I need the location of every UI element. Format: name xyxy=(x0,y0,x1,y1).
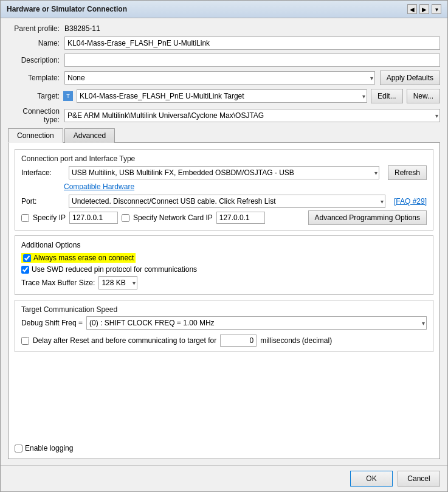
target-comm-section: Target Communication Speed Debug Shift F… xyxy=(15,300,433,352)
connection-port-section: Connection port and Interface Type Inter… xyxy=(15,149,433,230)
port-select-wrap: Undetected. Disconnect/Connect USB cable… xyxy=(69,195,385,208)
specify-ip-input[interactable] xyxy=(69,212,118,224)
delay-unit: milliseconds (decimal) xyxy=(260,336,332,345)
nav-dropdown-btn[interactable]: ▾ xyxy=(432,4,441,14)
template-select[interactable]: None xyxy=(64,71,375,85)
target-label: Target: xyxy=(8,92,60,100)
description-row: Description: xyxy=(8,54,440,67)
template-row: Template: None ▾ Apply Defaults xyxy=(8,71,440,85)
parent-profile-row: Parent profile: B38285-11 xyxy=(8,24,440,33)
port-select[interactable]: Undetected. Disconnect/Connect USB cable… xyxy=(69,195,385,208)
hardware-simulator-dialog: Hardware or Simulator Connection ◀ ▶ ▾ P… xyxy=(0,0,448,492)
use-swd-row: Use SWD reduced pin protocol for communi… xyxy=(21,265,427,274)
trace-select[interactable]: 128 KB xyxy=(98,276,137,289)
new-button[interactable]: New... xyxy=(407,89,440,103)
compatible-hardware-link[interactable]: Compatible Hardware xyxy=(64,182,134,191)
tab-connection-content: Connection port and Interface Type Inter… xyxy=(8,143,440,459)
parent-profile-value: B38285-11 xyxy=(64,24,100,33)
additional-options-title: Additional Options xyxy=(21,241,427,249)
tab-connection[interactable]: Connection xyxy=(8,128,63,143)
enable-logging-label: Enable logging xyxy=(25,444,73,452)
debug-shift-label: Debug Shift Freq = xyxy=(21,319,83,327)
delay-input[interactable] xyxy=(220,334,257,347)
title-bar: Hardware or Simulator Connection ◀ ▶ ▾ xyxy=(1,1,447,18)
target-row: Target: T KL04-Mass-Erase_FLASH_PnE U-Mu… xyxy=(8,89,440,103)
delay-row: Delay after Reset and before communicati… xyxy=(21,334,427,347)
connection-type-row: Connection type: P&E ARM Multilink\Multi… xyxy=(8,107,440,124)
faq-link[interactable]: [FAQ #29] xyxy=(394,197,427,206)
target-icon: T xyxy=(63,91,73,101)
specify-ip-checkbox[interactable] xyxy=(21,214,29,222)
compatible-hw-row: Compatible Hardware xyxy=(21,182,427,191)
ok-button[interactable]: OK xyxy=(350,471,393,487)
target-select[interactable]: KL04-Mass-Erase_FLASH_PnE U-MultiLink Ta… xyxy=(77,89,367,103)
specify-network-label: Specify Network Card IP xyxy=(133,213,213,222)
debug-row: Debug Shift Freq = (0) : SHIFT CLOCK FRE… xyxy=(21,316,427,330)
trace-row: Trace Max Buffer Size: 128 KB ▾ xyxy=(21,276,427,289)
refresh-button[interactable]: Refresh xyxy=(388,165,427,180)
connection-type-wrap: P&E ARM Multilink\Multilink Universal\Cy… xyxy=(64,109,440,122)
always-mass-erase-highlight: Always mass erase on connect xyxy=(21,253,136,263)
template-label: Template: xyxy=(8,74,60,82)
delay-label: Delay after Reset and before communicati… xyxy=(33,336,216,345)
interface-select[interactable]: USB Multilink, USB Multilink FX, Embedde… xyxy=(69,166,379,179)
always-mass-erase-checkbox[interactable] xyxy=(23,254,31,262)
debug-select[interactable]: (0) : SHIFT CLOCK FREQ = 1.00 MHz xyxy=(86,316,427,330)
debug-select-wrap: (0) : SHIFT CLOCK FREQ = 1.00 MHz ▾ xyxy=(86,316,427,330)
cancel-button[interactable]: Cancel xyxy=(398,471,440,487)
specify-network-checkbox[interactable] xyxy=(122,214,129,222)
template-select-wrap: None ▾ xyxy=(64,71,375,85)
name-label: Name: xyxy=(8,39,60,47)
port-interface-title: Connection port and Interface Type xyxy=(21,154,427,163)
trace-select-wrap: 128 KB ▾ xyxy=(98,276,137,289)
title-bar-buttons: ◀ ▶ ▾ xyxy=(407,4,441,14)
enable-logging-checkbox[interactable] xyxy=(15,445,22,452)
tab-header: Connection Advanced xyxy=(8,128,440,143)
interface-label: Interface: xyxy=(21,168,64,177)
tab-advanced[interactable]: Advanced xyxy=(64,128,115,143)
interface-select-wrap: USB Multilink, USB Multilink FX, Embedde… xyxy=(69,166,379,179)
edit-button[interactable]: Edit... xyxy=(371,89,403,103)
name-row: Name: xyxy=(8,36,440,50)
always-mass-erase-label: Always mass erase on connect xyxy=(33,254,134,262)
nav-forward-btn[interactable]: ▶ xyxy=(419,4,429,14)
name-input[interactable] xyxy=(64,36,440,50)
description-label: Description: xyxy=(8,56,60,64)
connection-type-select[interactable]: P&E ARM Multilink\Multilink Universal\Cy… xyxy=(64,109,440,122)
trace-label: Trace Max Buffer Size: xyxy=(21,279,95,287)
tabs-container: Connection Advanced Connection port and … xyxy=(8,128,440,459)
nav-back-btn[interactable]: ◀ xyxy=(407,4,417,14)
apply-defaults-button[interactable]: Apply Defaults xyxy=(380,71,440,85)
logging-row: Enable logging xyxy=(15,444,433,452)
target-select-wrap: KL04-Mass-Erase_FLASH_PnE U-MultiLink Ta… xyxy=(77,89,367,103)
dialog-footer: OK Cancel xyxy=(1,465,447,491)
use-swd-checkbox[interactable] xyxy=(21,266,29,274)
use-swd-label: Use SWD reduced pin protocol for communi… xyxy=(32,265,197,274)
dialog-title: Hardware or Simulator Connection xyxy=(7,5,127,13)
target-comm-title: Target Communication Speed xyxy=(21,305,427,314)
port-label: Port: xyxy=(21,197,64,206)
additional-options-section: Additional Options Always mass erase on … xyxy=(15,235,433,295)
connection-type-label: Connection type: xyxy=(8,107,60,124)
ip-row: Specify IP Specify Network Card IP Advan… xyxy=(21,210,427,225)
always-mass-erase-row: Always mass erase on connect xyxy=(21,253,427,263)
delay-checkbox[interactable] xyxy=(21,337,29,345)
dialog-body: Parent profile: B38285-11 Name: Descript… xyxy=(1,18,447,465)
description-input[interactable] xyxy=(64,54,440,67)
specify-ip-label: Specify IP xyxy=(33,213,66,222)
specify-network-input[interactable] xyxy=(216,212,265,224)
port-row: Port: Undetected. Disconnect/Connect USB… xyxy=(21,195,427,208)
interface-row: Interface: USB Multilink, USB Multilink … xyxy=(21,165,427,180)
parent-profile-label: Parent profile: xyxy=(8,24,60,33)
adv-prog-button[interactable]: Advanced Programming Options xyxy=(308,210,427,225)
